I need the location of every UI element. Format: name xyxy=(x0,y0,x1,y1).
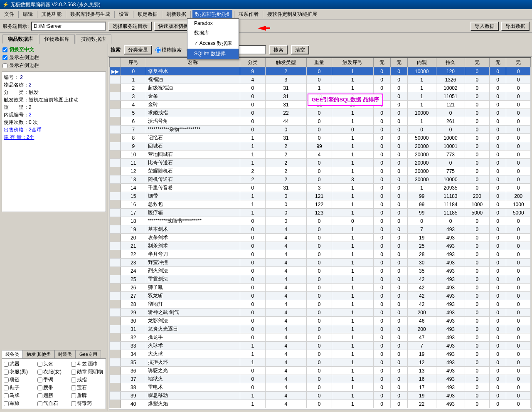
table-row[interactable]: 33火球术1401007493000 xyxy=(110,342,531,350)
service-path-input[interactable] xyxy=(31,22,106,31)
cat-cb-gem-input[interactable] xyxy=(71,385,76,390)
cat-cb-necklace-input[interactable] xyxy=(4,377,9,382)
table-row[interactable]: ▶0修复神水92010010000120000 xyxy=(110,67,531,76)
cat-cb-belt-input[interactable] xyxy=(37,385,42,390)
table-row[interactable]: 40爆裂火焰14010022493000 xyxy=(110,400,531,408)
import-button[interactable]: 导入数据 xyxy=(470,22,499,31)
menu-convert[interactable]: 数据库转换与生成 xyxy=(68,10,113,19)
col-none4[interactable]: 无 xyxy=(489,58,506,67)
col-durable[interactable]: 持久 xyxy=(436,58,465,67)
col-none1[interactable]: 无 xyxy=(373,58,390,67)
cat-cb-ring-input[interactable] xyxy=(71,377,76,382)
table-row[interactable]: 14千里传音卷0313100120935000 xyxy=(110,184,531,192)
table-row[interactable]: 8记忆石13101005000010000000 xyxy=(110,134,531,142)
cat-cb-helmet-input[interactable] xyxy=(37,362,42,367)
table-row[interactable]: 6沃玛号角04401001261000 xyxy=(110,117,531,126)
table-row[interactable]: 36诱惑之光04010013493000 xyxy=(110,367,531,375)
table-row[interactable]: 5求婚戒指0220100100000000 xyxy=(110,109,531,117)
menu-file[interactable]: 文件 xyxy=(2,10,17,19)
info-viewid-value[interactable]: 2 xyxy=(29,112,32,118)
col-weight[interactable]: 重量 xyxy=(307,58,332,67)
table-row[interactable]: 27双龙斩04010042493000 xyxy=(110,292,531,300)
table-row[interactable]: 12荣耀随机石22010030000775000 xyxy=(110,167,531,175)
table-row[interactable]: 29斩神之武 剑气040100200493000 xyxy=(110,308,531,317)
cat-tab-gee[interactable]: Gee专用 xyxy=(76,350,101,358)
table-row[interactable]: 17医疗箱101231009911185500005000 xyxy=(110,209,531,217)
col-none3[interactable]: 无 xyxy=(465,58,489,67)
menu-lock[interactable]: 锁定数据 xyxy=(135,10,160,19)
table-row[interactable]: 7***********杂物***********00000000000 xyxy=(110,126,531,134)
table-row[interactable]: 38雷电术04010017493000 xyxy=(110,383,531,392)
cat-cb-military-input[interactable] xyxy=(4,401,9,406)
col-none2[interactable]: 无 xyxy=(390,58,407,67)
table-row[interactable]: 34大火球14010019493000 xyxy=(110,350,531,358)
switch-chinese-checkbox[interactable] xyxy=(2,47,7,52)
cat-cb-armor-f-input[interactable] xyxy=(37,370,42,375)
table-row[interactable]: 30龙影剑法04010046493000 xyxy=(110,317,531,325)
col-seq[interactable]: 序号 xyxy=(121,58,146,67)
table-row[interactable]: 25雷霆剑法04010042493000 xyxy=(110,275,531,284)
col-trigger-type[interactable]: 触发类型 xyxy=(265,58,307,67)
show-left-checkbox[interactable] xyxy=(2,55,7,60)
table-row[interactable]: 19基本剑术0401007493000 xyxy=(110,225,531,234)
table-row[interactable]: 1祝福油43010011326000 xyxy=(110,76,531,84)
menu-settings[interactable]: 设置 xyxy=(116,10,131,19)
cat-cb-wing-input[interactable] xyxy=(37,393,42,398)
cat-cb-weapon-input[interactable] xyxy=(4,362,9,367)
cat-cb-shield-input[interactable] xyxy=(71,393,76,398)
col-none5[interactable]: 无 xyxy=(506,58,531,67)
cat-cb-horse-input[interactable] xyxy=(4,393,9,398)
menu-edit[interactable]: 编辑 xyxy=(20,10,35,19)
menu-db-switch[interactable]: 数据库连接切换 xyxy=(192,10,232,19)
cat-cb-hp-stone-input[interactable] xyxy=(37,401,42,406)
cat-tab-trigger[interactable]: 触发 其他类 xyxy=(23,350,54,358)
db-option-db[interactable]: 数据库 xyxy=(187,28,239,38)
table-row[interactable]: 23野蛮冲撞04010030493000 xyxy=(110,259,531,267)
table-row[interactable]: 16急救包101221009911184100001000 xyxy=(110,200,531,209)
cat-tab-costume[interactable]: 时装类 xyxy=(54,350,76,358)
col-category[interactable]: 分类 xyxy=(240,58,266,67)
clear-button[interactable]: 清空 xyxy=(291,45,309,54)
info-sellprice-label[interactable]: 出售价格：2金币 xyxy=(4,127,42,133)
fuzzy-search-radio[interactable] xyxy=(155,47,161,53)
db-option-sqlite[interactable]: SQLite 数据库 xyxy=(187,49,239,59)
menu-refresh[interactable]: 刷新数据 xyxy=(164,10,189,19)
table-row[interactable]: 11比奇传送石120100200000000 xyxy=(110,159,531,167)
col-trigger-seq[interactable]: 触发序号 xyxy=(332,58,373,67)
table-row[interactable]: 32擒龙手04010047493000 xyxy=(110,333,531,342)
show-right-checkbox[interactable] xyxy=(2,63,7,68)
data-grid-container[interactable]: 序号 名称 分类 触发类型 重量 触发序号 无 无 内观 持久 无 无 无 xyxy=(109,57,531,410)
tab-skills[interactable]: 技能数据库 xyxy=(76,35,111,44)
table-row[interactable]: 22半月弯刀04010028493000 xyxy=(110,250,531,259)
menu-customize[interactable]: 接软件定制及功能扩展 xyxy=(265,10,320,19)
db-option-access[interactable]: Access 数据库 xyxy=(187,38,239,49)
table-row[interactable]: 20攻杀剑术04010019493000 xyxy=(110,234,531,242)
menu-other[interactable]: 其他功能 xyxy=(39,10,64,19)
cat-cb-armor-m-input[interactable] xyxy=(4,370,9,375)
cat-cb-poison-input[interactable] xyxy=(71,401,76,406)
table-row[interactable]: 9回城石12991002000010001000 xyxy=(110,142,531,150)
table-row[interactable]: 10营地回城石12410020000773000 xyxy=(110,150,531,159)
select-dir-button[interactable]: 选择服务端目录 xyxy=(108,22,152,31)
menu-contact[interactable]: 联系作者 xyxy=(236,10,261,19)
table-row[interactable]: 39瞬息移动14010019493000 xyxy=(110,392,531,400)
table-row[interactable]: 18**********技能书**********00000000000 xyxy=(110,217,531,225)
cat-tab-equipment[interactable]: 装备类 xyxy=(2,350,23,358)
table-row[interactable]: 21制杀剑术04010025493000 xyxy=(110,242,531,250)
table-row[interactable]: 35抗拒火环14010012493000 xyxy=(110,358,531,367)
table-row[interactable]: 15绷带1012110099111832000200 xyxy=(110,192,531,200)
table-row[interactable]: 31龙炎火光逐日040100200493000 xyxy=(110,325,531,333)
cat-cb-medal-input[interactable] xyxy=(71,370,76,375)
cat-cb-shoes-input[interactable] xyxy=(4,385,9,390)
tab-items[interactable]: 物品数据库 xyxy=(2,35,38,44)
table-row[interactable]: 26狮子吼04010042493000 xyxy=(110,284,531,292)
info-stock-label[interactable]: 库 存 量：2个 xyxy=(4,134,34,140)
table-row[interactable]: 28彻地打04010042493000 xyxy=(110,300,531,308)
table-row[interactable]: 24烈火剑法04010035493000 xyxy=(110,267,531,275)
table-row[interactable]: 13随机传送石2203003000010000000 xyxy=(110,175,531,184)
classify-button[interactable]: 分类全显 xyxy=(124,45,152,54)
col-view[interactable]: 内观 xyxy=(407,58,436,67)
search-button[interactable]: 搜索 xyxy=(269,45,288,54)
table-row[interactable]: 2超级祝福油0311100110002000 xyxy=(110,84,531,92)
db-option-paradox[interactable]: Paradox xyxy=(187,19,239,28)
